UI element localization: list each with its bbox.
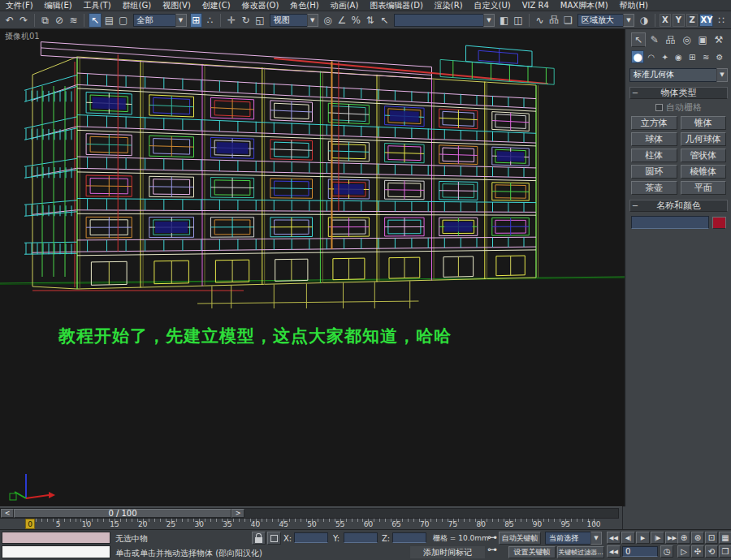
menu-item-0[interactable]: 文件(F) [0,0,39,11]
menu-item-12[interactable]: VIZ R4 [517,0,555,11]
rect-selection-region-icon[interactable]: ▢ [117,13,129,28]
named-selection-dropdown[interactable]: ▼ [394,14,495,27]
align-icon[interactable]: ◫ [512,13,524,28]
category-geometry[interactable]: ⬤ [631,50,644,63]
zoom-region-icon[interactable]: ▦ [719,532,731,544]
zoom-all-icon[interactable]: ⊛ [691,532,704,544]
tab-motion[interactable]: ◎ [679,32,694,47]
menu-item-14[interactable]: 帮助(H) [614,0,654,11]
chevron-down-icon[interactable]: ▼ [483,14,495,27]
chevron-down-icon[interactable]: ▼ [623,14,634,27]
axis-constraint-x[interactable]: X [660,14,672,27]
previous-frame-arrow[interactable]: < [1,509,14,518]
menu-item-4[interactable]: 视图(V) [157,0,197,11]
redo-icon[interactable]: ↷ [17,13,29,28]
schematic-view-icon[interactable]: 品 [547,13,560,28]
tab-utilities[interactable]: ⚒ [712,32,726,47]
menu-item-5[interactable]: 创建(C) [197,0,236,11]
autogrid-checkbox[interactable]: 自动栅格 [629,101,728,114]
rollout-name-and-color[interactable]: − 名称和颜色 [629,200,728,212]
primitive-button-0[interactable]: 立方体 [631,116,677,130]
chevron-down-icon[interactable]: ▼ [307,14,318,27]
use-center-icon[interactable]: ◎ [322,13,334,28]
snap-toggle-icon[interactable]: ∠ [335,13,348,28]
pan-icon[interactable]: ✣ [691,545,704,558]
select-object-icon[interactable]: ↖ [89,13,101,28]
menu-item-8[interactable]: 动画(A) [325,0,365,11]
auto-key-button[interactable]: 自动关键帧 [499,532,541,545]
menu-item-10[interactable]: 渲染(R) [429,0,469,11]
axis-constraint-z[interactable]: Z [686,14,699,27]
primitive-button-5[interactable]: 管状体 [681,149,727,162]
chevron-down-icon[interactable]: ▼ [590,532,602,545]
track-bar-ruler[interactable]: 5101520253035404550556065707580859095100… [0,519,622,530]
primitive-button-1[interactable]: 锥体 [681,116,727,130]
object-name-input[interactable] [631,216,709,229]
primitive-button-2[interactable]: 球体 [631,132,677,146]
tab-display[interactable]: ▣ [695,32,710,47]
undo-icon[interactable]: ↶ [3,13,15,28]
tab-hierarchy[interactable]: 品 [664,32,678,47]
maxscript-listener-input[interactable] [2,545,110,558]
add-time-tag-button[interactable]: 添加时间标记 [410,546,485,558]
current-frame-field[interactable]: 0 [622,546,658,557]
axis-constraint-xy[interactable]: XY [699,14,713,27]
rollout-object-type[interactable]: − 物体类型 [629,87,728,99]
field-of-view-icon[interactable]: ▷ [677,545,690,558]
angle-snap-icon[interactable]: % [350,13,362,28]
menu-item-1[interactable]: 编辑(E) [39,0,78,11]
axis-constraint-y[interactable]: Y [673,14,685,27]
min-max-toggle-icon[interactable]: ❐ [719,545,731,558]
selection-filter-dropdown[interactable]: 全部▼ [133,14,187,27]
x-coordinate-field[interactable] [294,532,328,543]
current-frame-marker[interactable]: 0 [25,519,35,529]
time-slider-track[interactable]: < 0 / 100 > [0,508,619,519]
tab-modify[interactable]: ✎ [647,32,662,47]
maxscript-listener-output[interactable] [2,532,110,544]
category-spacewarps[interactable]: ≋ [699,50,712,63]
select-and-link-icon[interactable]: ⧉ [39,13,51,28]
unlink-icon[interactable]: ⊘ [53,13,65,28]
category-helpers[interactable]: ⊞ [686,50,699,63]
menu-item-2[interactable]: 工具(T) [78,0,117,11]
chevron-down-icon[interactable]: ▼ [175,14,187,27]
zoom-icon[interactable]: ⊕ [677,532,690,544]
category-shapes[interactable]: ◠ [645,50,658,63]
tab-create[interactable]: ↖ [631,32,646,47]
menu-item-9[interactable]: 图表编辑器(D) [364,0,429,11]
time-slider-handle[interactable]: 0 / 100 [14,509,231,518]
primitive-button-4[interactable]: 柱体 [631,149,677,162]
time-configuration-button[interactable]: ◷ [660,545,673,558]
go-to-time-start-button[interactable]: ◀◀ [607,545,621,558]
primitive-button-7[interactable]: 棱锥体 [681,165,727,179]
window-crossing-toggle-icon[interactable]: ⊞ [190,13,202,28]
category-lights[interactable]: ✦ [659,50,672,63]
selection-lock-button[interactable] [252,532,266,545]
next-frame-arrow[interactable]: > [231,509,244,518]
y-coordinate-field[interactable] [344,532,378,543]
z-coordinate-field[interactable] [392,532,426,543]
geometry-class-dropdown[interactable]: 标准几何体 ▼ [629,68,728,82]
play-button[interactable]: ▶ [636,532,650,544]
scale-icon[interactable]: ◱ [253,13,266,28]
key-filters-button[interactable]: 关键帧过滤器... [557,546,604,558]
rotate-icon[interactable]: ↻ [240,13,252,28]
menu-item-11[interactable]: 自定义(U) [469,0,517,11]
snap-spinner-icon[interactable]: ∷ [715,13,727,28]
select-by-name-icon[interactable]: ▤ [103,13,115,28]
menu-item-6[interactable]: 修改器(O) [236,0,285,11]
keyboard-override-icon[interactable]: ∴ [204,13,216,28]
primitive-button-9[interactable]: 平面 [681,181,727,195]
previous-frame-button[interactable]: ◀| [621,532,635,544]
category-systems[interactable]: ⚙ [713,50,726,63]
set-key-button[interactable]: 设置关键帧 [508,546,556,558]
zoom-extents-icon[interactable]: ⊡ [705,532,718,544]
reference-coordinate-dropdown[interactable]: 视图▼ [270,14,318,27]
absolute-offset-toggle[interactable] [267,532,281,545]
category-cameras[interactable]: ◉ [672,50,685,63]
go-to-start-button[interactable]: ◀◀ [607,532,621,544]
mirror-icon[interactable]: ◧ [498,13,510,28]
chevron-down-icon[interactable]: ▼ [716,68,728,82]
menu-item-7[interactable]: 角色(H) [284,0,324,11]
camera-viewport[interactable]: 摄像机01 教程开始了，先建立模型，这点大家都知道，哈哈 [0,29,625,506]
